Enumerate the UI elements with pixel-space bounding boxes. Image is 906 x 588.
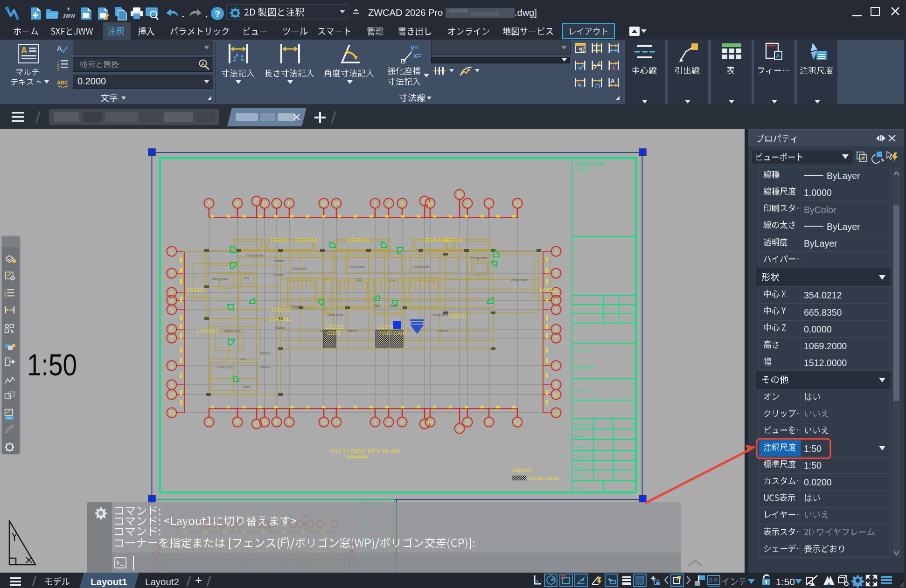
svg-text:A: A [21, 46, 27, 55]
svg-text:6: 6 [554, 326, 558, 333]
svg-text:Dining room: Dining room [327, 313, 343, 317]
svg-text:4: 4 [170, 297, 174, 304]
svg-text:9: 9 [554, 381, 558, 388]
svg-text:2: 2 [170, 270, 174, 277]
svg-text:F: F [287, 200, 291, 207]
svg-text:J: J [387, 200, 390, 207]
svg-text:M: M [427, 419, 432, 426]
svg-text:Toilet: Toilet [373, 304, 380, 307]
svg-text:?: ? [215, 9, 220, 19]
svg-text:Kitchen: Kitchen [260, 366, 271, 369]
svg-text:b: b [581, 84, 584, 88]
svg-text:LG1511: LG1511 [325, 324, 344, 330]
svg-text:Kitchen: Kitchen [260, 352, 271, 355]
svg-text:2: 2 [554, 270, 558, 277]
svg-text:5: 5 [554, 306, 558, 313]
svg-text:7: 7 [170, 335, 174, 342]
svg-text:G: G [321, 200, 327, 207]
svg-text:Dining room: Dining room [224, 329, 240, 333]
svg-text:1: 1 [582, 48, 585, 53]
svg-text:A: A [776, 53, 780, 59]
svg-text:11: 11 [168, 409, 175, 416]
svg-text:Toilet: Toilet [292, 305, 299, 308]
svg-text:JWW: JWW [63, 13, 76, 19]
svg-text:x=: x= [413, 51, 421, 59]
svg-text:K: K [400, 200, 404, 207]
svg-text:O: O [465, 419, 470, 426]
svg-text:I: I [374, 419, 376, 426]
svg-text:a: a [578, 81, 581, 85]
svg-text:8: 8 [554, 362, 558, 369]
svg-text:J-L1: J-L1 [244, 276, 250, 279]
svg-text:A: A [611, 78, 615, 84]
svg-text:DEVELOPER: DEVELOPER [575, 366, 595, 369]
svg-text:O: O [465, 200, 470, 207]
svg-text:LG10611: LG10611 [197, 328, 218, 333]
svg-text:LG46511: LG46511 [270, 316, 291, 322]
svg-text:+: + [861, 155, 864, 161]
svg-text:4: 4 [554, 297, 558, 304]
svg-text:G: G [321, 419, 327, 426]
svg-text:LG2411: LG2411 [445, 237, 463, 243]
svg-text:Toilet: Toilet [243, 385, 250, 388]
svg-text:10: 10 [552, 391, 559, 398]
svg-text:D: D [262, 419, 267, 426]
svg-text:J-L1: J-L1 [240, 357, 246, 360]
svg-text:CHECKED: CHECKED [575, 445, 589, 448]
svg-text:Dining room: Dining room [246, 254, 263, 257]
svg-text:N: N [457, 191, 462, 198]
svg-text:DESIGNED: DESIGNED [575, 424, 590, 427]
svg-text:J-L1: J-L1 [355, 278, 362, 281]
svg-text:5: 5 [170, 306, 174, 313]
svg-text:F: F [287, 419, 291, 426]
svg-text:N: N [457, 425, 462, 432]
svg-text:Dining room: Dining room [470, 256, 487, 260]
svg-text:Kitchen: Kitchen [348, 329, 358, 332]
svg-text:ABC: ABC [57, 80, 68, 85]
svg-text:LG5411A: LG5411A [347, 237, 369, 243]
svg-text:7: 7 [554, 335, 558, 342]
svg-text:3mmalum panel: 3mmalum panel [528, 476, 558, 481]
svg-text:Kitchen: Kitchen [438, 329, 448, 332]
svg-text:LG2211: LG2211 [272, 307, 291, 312]
svg-text:0.0: 0.0 [709, 577, 718, 584]
svg-text:B: B [235, 200, 239, 207]
svg-text:Kitchen: Kitchen [274, 259, 285, 263]
svg-text:J-L1: J-L1 [390, 278, 396, 281]
svg-text:M: M [427, 200, 432, 207]
svg-text:8: 8 [170, 362, 174, 369]
svg-text:SPACE:: SPACE: [578, 169, 590, 172]
svg-text:H: H [334, 419, 339, 426]
svg-text:E: E [274, 419, 279, 426]
svg-text:LG8111: LG8111 [187, 287, 205, 293]
svg-text:LOCATION: LOCATION [574, 161, 603, 166]
svg-text:C: C [254, 421, 259, 428]
svg-text:1ST FLOOR KEY PLAN: 1ST FLOOR KEY PLAN [329, 448, 399, 455]
svg-text:DWG NO.: DWG NO. [575, 476, 587, 478]
svg-text:6: 6 [170, 326, 174, 333]
svg-text:3: 3 [4, 295, 6, 298]
svg-text:9: 9 [170, 381, 174, 388]
svg-text:A: A [207, 419, 211, 426]
svg-text:H: H [334, 200, 339, 207]
svg-text:CS07: CS07 [393, 331, 407, 336]
svg-text:Legend: Legend [513, 467, 531, 473]
svg-text:10: 10 [168, 391, 175, 398]
svg-text:Kitchen: Kitchen [275, 326, 286, 329]
svg-text:DATE: DATE [575, 486, 582, 489]
svg-text:SCALE: SCALE [575, 465, 584, 468]
svg-text:Living room: Living room [349, 265, 365, 269]
svg-text:J: J [387, 419, 390, 426]
svg-text:CS06: CS06 [327, 330, 341, 336]
svg-text:PROJECT: PROJECT [575, 349, 591, 353]
svg-text:ARCHITECTS: ARCHITECTS [575, 389, 596, 393]
svg-text:11: 11 [553, 409, 559, 416]
svg-text:Q: Q [515, 200, 520, 207]
svg-text:Living room: Living room [413, 265, 429, 269]
svg-text:PGP: PGP [6, 416, 12, 420]
svg-text:Living room: Living room [217, 366, 233, 369]
svg-text:K: K [400, 419, 404, 426]
svg-text:E: E [274, 200, 279, 207]
svg-text:1: 1 [170, 248, 174, 255]
svg-text:B: B [235, 419, 239, 426]
